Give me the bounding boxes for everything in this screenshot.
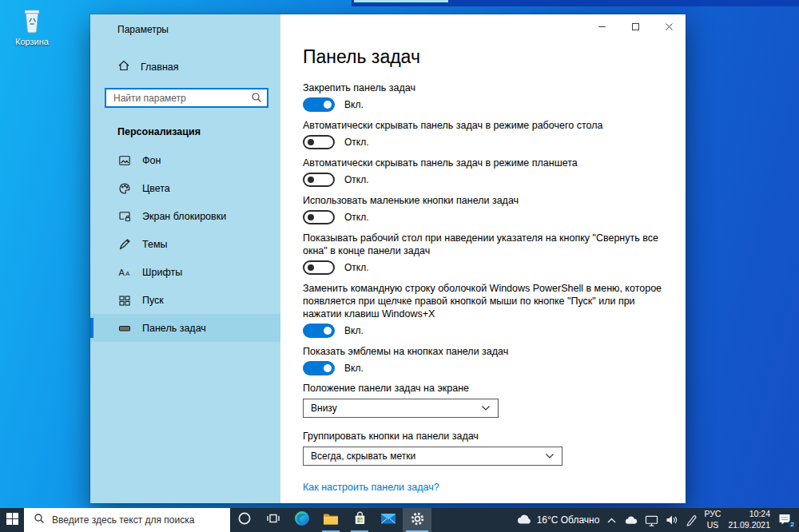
action-center-button[interactable]: 2 bbox=[777, 512, 795, 528]
settings-main-pane: Панель задач Закрепить панель задач Вкл.… bbox=[280, 14, 686, 503]
mail-icon bbox=[380, 512, 396, 528]
background-window-tab bbox=[354, 0, 448, 2]
settings-sidebar: Параметры Главная Персонализация bbox=[90, 14, 280, 503]
toggle-state: Откл. bbox=[344, 137, 369, 148]
window-title: Параметры bbox=[90, 14, 280, 35]
toggle-lock-taskbar[interactable] bbox=[303, 97, 335, 112]
notification-badge: 2 bbox=[788, 520, 797, 529]
language-secondary: US bbox=[704, 520, 721, 531]
search-icon bbox=[34, 513, 45, 527]
store-button[interactable] bbox=[345, 508, 374, 532]
dropdown-position-label: Положение панели задач на экране bbox=[303, 383, 670, 394]
fonts-icon: A A bbox=[117, 266, 131, 279]
store-icon bbox=[352, 510, 368, 530]
dropdown-value: Внизу bbox=[311, 403, 337, 414]
sidebar-item-colors[interactable]: Цвета bbox=[90, 174, 280, 202]
toggle-state: Вкл. bbox=[344, 99, 364, 110]
window-controls bbox=[585, 14, 686, 38]
network-display-icon[interactable] bbox=[645, 514, 658, 526]
tray-overflow-chevron-icon[interactable] bbox=[606, 517, 617, 524]
sidebar-section-title: Персонализация bbox=[117, 126, 280, 137]
sidebar-item-home[interactable]: Главная bbox=[117, 59, 280, 74]
sidebar-item-taskbar[interactable]: Панель задач bbox=[90, 314, 280, 342]
mail-button[interactable] bbox=[374, 508, 403, 532]
page-title: Панель задач bbox=[303, 45, 670, 69]
sidebar-item-label: Панель задач bbox=[142, 323, 206, 334]
clock[interactable]: 10:24 21.09.2021 bbox=[728, 509, 770, 530]
setting-badges: Показать эмблемы на кнопках панели задач… bbox=[303, 345, 670, 375]
toggle-peek-desktop[interactable] bbox=[303, 260, 335, 275]
chevron-down-icon bbox=[481, 403, 491, 414]
taskbar-icon bbox=[117, 322, 131, 335]
maximize-button[interactable] bbox=[618, 14, 652, 38]
toggle-state: Откл. bbox=[344, 212, 369, 223]
taskbar-position-dropdown[interactable]: Внизу bbox=[303, 399, 499, 418]
taskbar-settings-content: Панель задач Закрепить панель задач Вкл.… bbox=[280, 14, 686, 494]
task-view-icon bbox=[266, 511, 280, 529]
toggle-state: Откл. bbox=[344, 174, 369, 185]
start-button[interactable] bbox=[0, 508, 24, 532]
lock-screen-icon bbox=[117, 210, 131, 223]
dropdown-combine-label: Группировать кнопки на панели задач bbox=[303, 431, 670, 442]
edge-button[interactable] bbox=[288, 508, 316, 532]
settings-search-input[interactable] bbox=[105, 88, 268, 108]
dropdown-value: Всегда, скрывать метки bbox=[311, 451, 415, 462]
close-button[interactable] bbox=[652, 14, 686, 38]
settings-button[interactable] bbox=[403, 508, 431, 532]
recycle-bin-label: Корзина bbox=[6, 37, 58, 46]
toggle-state: Вкл. bbox=[344, 325, 364, 336]
desktop: Корзина Параметры Главная bbox=[0, 0, 799, 532]
toggle-small-buttons[interactable] bbox=[303, 210, 335, 224]
language-indicator[interactable]: РУС US bbox=[704, 509, 721, 530]
sidebar-item-label: Фон bbox=[142, 155, 161, 166]
setting-small-buttons: Использовать маленькие кнопки панели зад… bbox=[303, 194, 670, 224]
combine-buttons-dropdown[interactable]: Всегда, скрывать метки bbox=[303, 447, 562, 466]
palette-icon bbox=[117, 182, 131, 195]
svg-text:A: A bbox=[118, 268, 125, 277]
system-tray: 16°C Облачно bbox=[516, 508, 799, 532]
taskbar-help-link[interactable]: Как настроить панели задач? bbox=[303, 482, 439, 493]
sidebar-item-lock-screen[interactable]: Экран блокировки bbox=[90, 202, 280, 230]
recycle-bin[interactable]: Корзина bbox=[6, 6, 58, 46]
sidebar-item-fonts[interactable]: A A Шрифты bbox=[90, 258, 280, 286]
settings-search bbox=[105, 88, 268, 108]
sidebar-nav: Фон Цвета bbox=[90, 146, 280, 342]
chevron-down-icon bbox=[545, 451, 555, 462]
setting-lock-taskbar: Закрепить панель задач Вкл. bbox=[303, 81, 670, 112]
onedrive-icon[interactable] bbox=[624, 515, 638, 525]
minimize-button[interactable] bbox=[585, 14, 618, 38]
settings-window: Параметры Главная Персонализация bbox=[90, 14, 686, 503]
sidebar-item-background[interactable]: Фон bbox=[90, 146, 280, 174]
weather-text: 16°C Облачно bbox=[537, 514, 600, 526]
svg-text:A: A bbox=[125, 270, 130, 277]
toggle-state: Откл. bbox=[344, 262, 369, 273]
cortana-button[interactable] bbox=[230, 508, 259, 532]
task-view-button[interactable] bbox=[259, 508, 288, 532]
sidebar-item-themes[interactable]: Темы bbox=[90, 230, 280, 258]
taskbar-search-input[interactable] bbox=[52, 514, 212, 526]
setting-autohide-desktop: Автоматически скрывать панель задач в ре… bbox=[303, 119, 670, 149]
setting-peek-desktop: Показывать рабочий стол при наведении ук… bbox=[303, 232, 670, 275]
weather-widget[interactable]: 16°C Облачно bbox=[516, 514, 600, 527]
taskbar-search bbox=[24, 508, 230, 532]
setting-powershell: Заменить командную строку оболочкой Wind… bbox=[303, 282, 670, 338]
toggle-powershell[interactable] bbox=[303, 324, 335, 338]
search-icon[interactable] bbox=[251, 92, 262, 106]
taskbar: 16°C Облачно bbox=[0, 508, 799, 532]
setting-autohide-tablet: Автоматически скрывать панель задач в ре… bbox=[303, 157, 670, 187]
background-window-edge bbox=[352, 0, 799, 6]
file-explorer-button[interactable] bbox=[316, 508, 345, 532]
toggle-badges[interactable] bbox=[303, 361, 335, 375]
sidebar-item-label: Шрифты bbox=[142, 267, 182, 278]
sidebar-item-label: Пуск bbox=[142, 295, 164, 306]
sidebar-item-label: Цвета bbox=[142, 183, 170, 194]
toggle-autohide-desktop[interactable] bbox=[303, 135, 335, 149]
pen-icon[interactable] bbox=[686, 514, 697, 526]
edge-icon bbox=[294, 510, 310, 530]
sidebar-item-start[interactable]: Пуск bbox=[90, 286, 280, 314]
volume-icon[interactable] bbox=[666, 514, 678, 526]
toggle-autohide-tablet[interactable] bbox=[303, 173, 335, 187]
clock-time: 10:24 bbox=[728, 509, 770, 520]
cortana-icon bbox=[237, 511, 252, 529]
taskbar-spacer bbox=[431, 508, 516, 532]
